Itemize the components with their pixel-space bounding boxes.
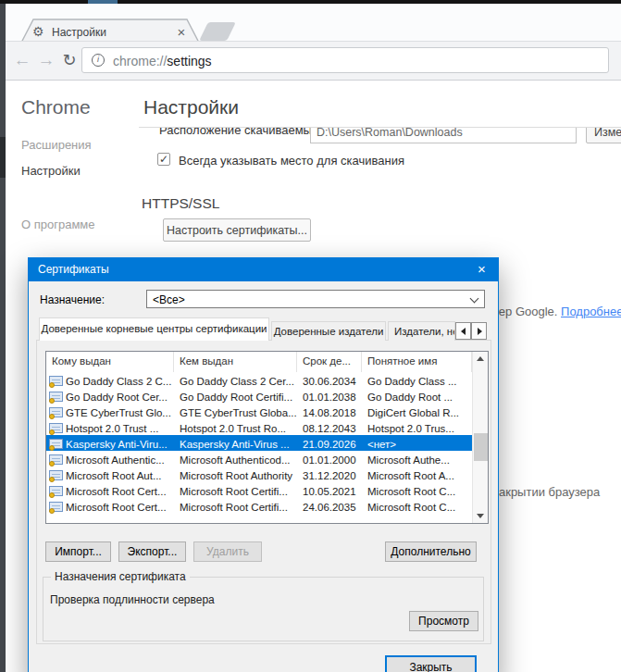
tab-close-icon[interactable]: × [174, 24, 189, 40]
table-cell: Hotspot 2.0 Trust ... [46, 419, 174, 435]
table-cell: Kaspersky Anti-Virus ... [174, 435, 297, 451]
scroll-thumb[interactable] [474, 433, 488, 461]
export-button[interactable]: Экспорт... [118, 541, 186, 562]
table-cell: 21.09.2026 [297, 435, 362, 451]
chrome-menu-title: Chrome [21, 96, 91, 118]
tab-scroll-right-button[interactable] [471, 322, 487, 340]
table-row[interactable]: Kaspersky Anti-Viru...Kaspersky Anti-Vir… [46, 435, 472, 451]
tab-scroll-left-button[interactable] [455, 322, 471, 340]
certificate-icon [49, 454, 63, 465]
url-text[interactable]: chrome://settings [113, 54, 212, 68]
dialog-title: Сертификаты [38, 263, 109, 276]
table-cell: Hotspot 2.0 Trus... [362, 419, 472, 435]
table-cell: Go Daddy Root Certifi... [174, 388, 297, 404]
table-row[interactable]: Microsoft Root Cert...Microsoft Root Cer… [46, 498, 472, 514]
table-cell: Microsoft Authentic... [46, 451, 174, 467]
table-cell: GTE CyberTrust Glo... [46, 404, 174, 419]
download-path-field[interactable]: D:\Users\Roman\Downloads [310, 128, 577, 143]
column-header[interactable]: Понятное имя [362, 352, 472, 372]
screen: ⚙ Настройки × ← → ↻ i chrome://settings … [0, 0, 621, 672]
table-row[interactable]: Go Daddy Root Cer...Go Daddy Root Certif… [46, 388, 472, 404]
table-cell: Microsoft Root Cert... [46, 498, 174, 514]
table-cell: Microsoft Root Aut... [46, 467, 174, 482]
table-cell: Microsoft Authe... [362, 451, 472, 467]
left-edge-artifact [0, 4, 6, 672]
advanced-button[interactable]: Дополнительно [385, 541, 477, 562]
table-cell: 10.05.2021 [297, 482, 362, 498]
table-cell: 01.01.2000 [297, 451, 362, 467]
tab-untrusted-publishers[interactable]: Издатели, не [388, 321, 455, 341]
url-host: settings [167, 54, 211, 68]
certificate-icon [49, 423, 63, 433]
purpose-dropdown-value: <Все> [153, 293, 185, 306]
delete-button: Удалить [193, 541, 262, 562]
table-cell: Microsoft Authenticod... [174, 451, 297, 467]
table-cell: DigiCert Global R... [362, 404, 472, 419]
column-header[interactable]: Кому выдан [46, 352, 174, 372]
purpose-label: Назначение: [40, 293, 105, 306]
forward-icon[interactable]: → [35, 49, 57, 71]
certificates-dialog: Сертификаты × Назначение: <Все> Доверенн… [28, 257, 499, 672]
page-info-icon[interactable]: i [92, 54, 105, 67]
scroll-down-icon [477, 514, 484, 518]
table-cell: Microsoft Root Authority [174, 467, 297, 482]
certificate-icon [49, 502, 63, 512]
ask-location-label: Всегда указывать место для скачивания [179, 154, 404, 168]
table-cell: Microsoft Root C... [362, 482, 472, 498]
url-scheme: chrome:// [113, 54, 167, 68]
ask-location-checkbox[interactable]: ✓ [157, 153, 170, 166]
table-cell: 31.12.2020 [297, 467, 362, 482]
certificate-purposes-text: Проверка подлинности сервера [50, 593, 215, 606]
learn-more-link[interactable]: Подробнее... [561, 305, 621, 318]
table-cell: Microsoft Root C... [362, 498, 472, 514]
groupbox-title: Назначения сертификата [51, 570, 190, 583]
table-cell: Microsoft Root A... [362, 467, 472, 482]
scrollbar[interactable] [472, 352, 488, 523]
certificate-icon [49, 439, 63, 449]
arrow-left-icon [461, 328, 466, 335]
table-cell: Go Daddy Root Cer... [46, 388, 174, 404]
table-cell: Go Daddy Class 2 Cer... [174, 372, 297, 388]
table-cell: Hotspot 2.0 Trust Ro... [174, 419, 297, 435]
sidebar-item-settings[interactable]: Настройки [21, 164, 81, 178]
tab-trusted-publishers[interactable]: Доверенные издатели [271, 321, 386, 341]
table-row[interactable]: Hotspot 2.0 Trust ...Hotspot 2.0 Trust R… [46, 419, 472, 435]
table-cell: Go Daddy Root ... [362, 388, 472, 404]
column-header[interactable]: Срок де... [297, 352, 362, 372]
table-cell: Microsoft Root Certifi... [174, 482, 297, 498]
close-icon[interactable]: × [466, 258, 498, 281]
certificate-icon [49, 407, 63, 417]
manage-certificates-button[interactable]: Настроить сертификаты... [163, 218, 311, 242]
table-row[interactable]: Microsoft Root Cert...Microsoft Root Cer… [46, 482, 472, 498]
back-icon[interactable]: ← [11, 49, 33, 71]
new-tab-button[interactable] [199, 22, 236, 41]
table-row[interactable]: Microsoft Root Aut...Microsoft Root Auth… [46, 467, 472, 482]
purpose-dropdown[interactable]: <Все> [146, 290, 485, 308]
scroll-down-button[interactable] [473, 509, 489, 523]
view-button[interactable]: Просмотр [409, 611, 478, 631]
certificate-purposes-groupbox: Назначения сертификата Проверка подлинно… [43, 577, 484, 641]
table-cell: 30.06.2034 [297, 372, 362, 388]
column-header[interactable]: Кем выдан [174, 352, 297, 372]
table-cell: 24.06.2035 [297, 498, 362, 514]
gear-icon: ⚙ [32, 24, 44, 39]
scroll-up-button[interactable] [473, 352, 489, 366]
cert-table-header: Кому выданКем выданСрок де...Понятное им… [46, 352, 472, 372]
import-button[interactable]: Импорт... [45, 541, 111, 562]
reload-icon[interactable]: ↻ [58, 49, 81, 71]
tab-strip: ⚙ Настройки × [6, 4, 621, 41]
chevron-down-icon [470, 294, 479, 304]
left-edge-artifact-segment [0, 137, 6, 178]
table-row[interactable]: Go Daddy Class 2 C...Go Daddy Class 2 Ce… [46, 372, 472, 388]
change-location-button[interactable]: Изменить... [586, 128, 621, 143]
certificate-icon [49, 486, 63, 496]
table-cell: 01.01.2038 [297, 388, 362, 404]
sidebar-item-about[interactable]: О программе [21, 218, 95, 231]
table-cell: Microsoft Root Certifi... [174, 498, 297, 514]
tab-trusted-root-cas[interactable]: Доверенные корневые центры сертификации [39, 317, 269, 341]
sidebar-item-extensions[interactable]: Расширения [21, 138, 92, 152]
table-cell: GTE CyberTrust Globa... [174, 404, 297, 419]
close-button[interactable]: Закрыть [385, 655, 477, 672]
table-row[interactable]: Microsoft Authentic...Microsoft Authenti… [46, 451, 472, 467]
table-row[interactable]: GTE CyberTrust Glo...GTE CyberTrust Glob… [46, 404, 472, 419]
